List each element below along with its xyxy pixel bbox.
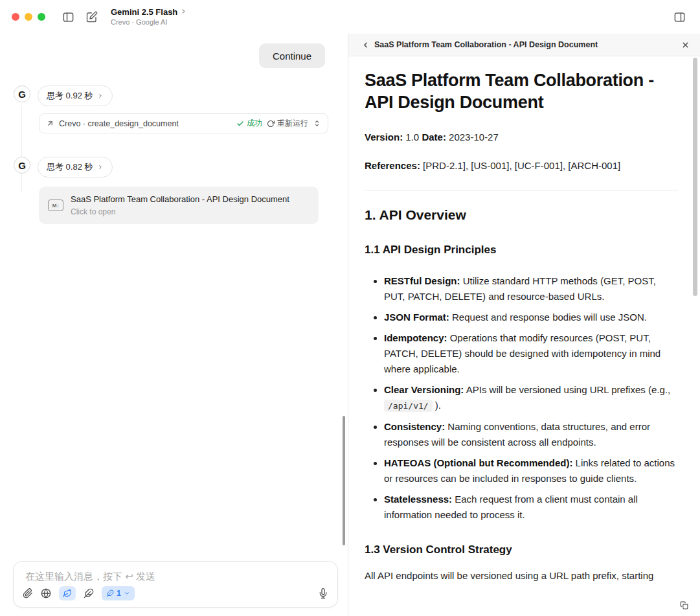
list-item: HATEOAS (Optional but Recommended): Link…: [384, 455, 678, 486]
references-value: [PRD-2.1], [US-001], [UC-F-001], [ARCH-0…: [423, 160, 620, 171]
document-card-text: SaaS Platform Team Collaboration - API D…: [71, 194, 289, 216]
thread-connector: [21, 106, 22, 192]
section-heading-version-control: 1.3 Version Control Strategy: [365, 543, 678, 556]
version-control-paragraph: All API endpoints will be versioned usin…: [365, 568, 678, 584]
toggle-sidebar-button[interactable]: [60, 8, 77, 26]
sidebar-right-icon: [673, 11, 686, 23]
new-chat-button[interactable]: [84, 8, 100, 25]
document-card-title: SaaS Platform Team Collaboration - API D…: [71, 194, 289, 205]
chevron-down-icon: [124, 590, 130, 597]
model-header[interactable]: Gemini 2.5 Flash Crevo · Google AI: [111, 7, 187, 27]
continue-button[interactable]: Continue: [259, 43, 325, 68]
thinking-label: 思考 0.82 秒: [47, 161, 93, 173]
document-card-subtitle: Click to open: [71, 207, 289, 216]
model-title: Gemini 2.5 Flash: [111, 7, 177, 17]
attach-button[interactable]: [23, 588, 33, 599]
close-window-button[interactable]: [12, 13, 19, 21]
design-principles-list: RESTful Design: Utilize standard HTTP me…: [365, 273, 678, 523]
thinking-toggle[interactable]: 思考 0.82 秒: [38, 157, 113, 177]
thinking-label: 思考 0.92 秒: [47, 90, 93, 102]
skills-button[interactable]: [84, 588, 94, 599]
leaf-icon: [63, 589, 72, 598]
chevron-right-icon: [180, 7, 187, 17]
model-subtitle: Crevo · Google AI: [111, 18, 187, 27]
message-input[interactable]: [25, 569, 326, 583]
divider: [365, 190, 678, 190]
open-in-window-button[interactable]: [679, 600, 690, 611]
eco-mode-button[interactable]: [59, 586, 76, 600]
document-card[interactable]: M↓ SaaS Platform Team Collaboration - AP…: [39, 187, 319, 224]
web-search-button[interactable]: [41, 588, 51, 599]
refresh-icon: [267, 120, 275, 128]
document-scrollbar[interactable]: [693, 58, 697, 296]
section-heading-api-overview: 1. API Overview: [365, 207, 678, 223]
version-value: 1.0: [405, 131, 419, 143]
thinking-toggle[interactable]: 思考 0.92 秒: [38, 86, 113, 106]
paperclip-icon: [23, 588, 33, 599]
inline-code: /api/v1/: [384, 400, 433, 412]
list-item: Clear Versioning: APIs will be versioned…: [384, 382, 678, 414]
tool-status-label: 成功: [247, 118, 262, 129]
expand-collapse-icon[interactable]: [313, 119, 321, 128]
tool-rerun-label: 重新运行: [277, 118, 308, 129]
toggle-right-panel-button[interactable]: [671, 8, 688, 26]
document-title: SaaS Platform Team Collaboration - API D…: [365, 69, 678, 113]
markdown-icon: M↓: [48, 200, 63, 211]
arrow-up-right-icon: [46, 119, 54, 128]
chevron-left-icon: [361, 41, 370, 49]
message-composer[interactable]: 1: [13, 561, 338, 608]
model-count: 1: [117, 589, 121, 598]
list-item: JSON Format: Request and response bodies…: [384, 310, 678, 325]
version-label: Version:: [365, 131, 403, 143]
document-panel: SaaS Platform Team Collaboration - API D…: [348, 34, 700, 616]
globe-icon: [41, 588, 51, 599]
list-item: Statelessness: Each request from a clien…: [384, 492, 678, 523]
copy-window-icon: [680, 601, 688, 610]
chat-scrollbar[interactable]: [343, 416, 345, 545]
close-panel-button[interactable]: [680, 40, 691, 51]
document-body: SaaS Platform Team Collaboration - API D…: [348, 56, 700, 616]
compose-icon: [86, 11, 98, 23]
check-icon: [236, 120, 244, 128]
date-value: 2023-10-27: [449, 131, 499, 143]
model-selector-chip[interactable]: 1: [102, 586, 135, 600]
tool-call-label: Crevo · create_design_document: [59, 119, 179, 128]
chevron-right-icon: [97, 164, 104, 170]
composer-toolbar: 1: [23, 585, 328, 602]
feather-icon: [106, 589, 114, 597]
list-item: Idempotency: Operations that modify reso…: [384, 330, 678, 377]
app-window: Gemini 2.5 Flash Crevo · Google AI Conti…: [0, 0, 700, 616]
document-references: References: [PRD-2.1], [US-001], [UC-F-0…: [365, 159, 678, 173]
section-heading-design-principles: 1.1 API Design Principles: [365, 244, 678, 257]
close-icon: [681, 41, 690, 49]
chevron-right-icon: [97, 93, 104, 99]
tool-call-row[interactable]: Crevo · create_design_document 成功 重新运行: [39, 113, 328, 133]
minimize-window-button[interactable]: [25, 13, 32, 21]
tool-status-badge: 成功: [236, 118, 262, 129]
references-label: References:: [365, 160, 420, 171]
feather-icon: [84, 588, 94, 599]
assistant-avatar: G: [14, 157, 30, 174]
zoom-window-button[interactable]: [38, 13, 45, 21]
document-meta: Version: 1.0 Date: 2023-10-27: [365, 130, 678, 144]
date-label: Date:: [422, 131, 446, 143]
document-panel-title: SaaS Platform Team Collaboration - API D…: [374, 40, 598, 49]
chat-panel: Continue G 思考 0.92 秒 Crevo · create_desi…: [0, 34, 348, 616]
list-item: Consistency: Naming conventions, data st…: [384, 419, 678, 450]
back-button[interactable]: [361, 41, 370, 49]
assistant-avatar: G: [14, 86, 30, 102]
sidebar-left-icon: [62, 11, 74, 23]
traffic-lights: [12, 13, 45, 21]
list-item: RESTful Design: Utilize standard HTTP me…: [384, 273, 678, 304]
microphone-icon: [318, 588, 328, 599]
document-panel-header: SaaS Platform Team Collaboration - API D…: [348, 34, 700, 56]
mic-button[interactable]: [318, 588, 328, 599]
tool-rerun-button[interactable]: 重新运行: [267, 118, 308, 129]
titlebar: Gemini 2.5 Flash Crevo · Google AI: [0, 0, 700, 34]
